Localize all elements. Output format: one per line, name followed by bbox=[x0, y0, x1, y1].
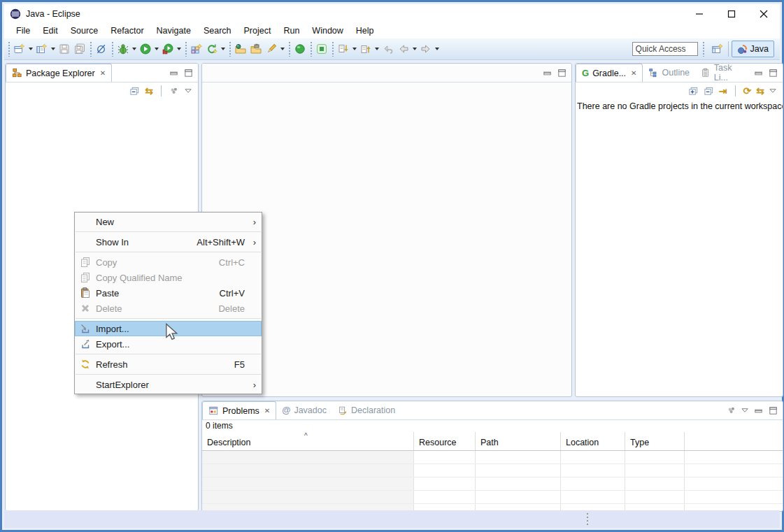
column-description[interactable]: Description bbox=[202, 432, 414, 450]
quick-access-input[interactable] bbox=[632, 42, 698, 56]
highlighter-dropdown[interactable] bbox=[279, 41, 286, 57]
menu-project[interactable]: Project bbox=[238, 24, 278, 37]
window-maximize-button[interactable] bbox=[715, 4, 748, 23]
link-with-selection-icon[interactable]: ⇆ bbox=[756, 86, 764, 96]
menu-item-refresh[interactable]: Refresh F5 bbox=[75, 357, 262, 372]
java-perspective-button[interactable]: Java bbox=[732, 41, 774, 57]
view-minimize-icon[interactable] bbox=[753, 405, 764, 416]
view-menu-icon[interactable] bbox=[727, 405, 737, 416]
menu-item-paste[interactable]: Paste Ctrl+V bbox=[75, 285, 262, 301]
menu-help[interactable]: Help bbox=[350, 24, 380, 37]
table-row bbox=[202, 477, 783, 491]
problems-panel: Problems ✕ @ Javadoc Declaration 0 items… bbox=[201, 401, 783, 512]
menu-refactor[interactable]: Refactor bbox=[104, 24, 150, 37]
refresh-gradle-icon[interactable]: ⟳ bbox=[743, 86, 752, 96]
tab-outline[interactable]: Outline bbox=[643, 64, 695, 82]
eclipse-logo-icon[interactable] bbox=[10, 8, 21, 20]
update-dropdown[interactable] bbox=[220, 41, 227, 57]
menu-edit[interactable]: Edit bbox=[36, 24, 64, 37]
new-wizard-icon[interactable] bbox=[12, 41, 27, 57]
view-minimize-icon[interactable] bbox=[542, 68, 553, 78]
run-icon[interactable] bbox=[138, 41, 153, 57]
menu-separator bbox=[76, 374, 261, 375]
debug-dropdown[interactable] bbox=[131, 41, 138, 57]
coverage-icon[interactable] bbox=[160, 41, 176, 57]
new-menu-dropdown[interactable] bbox=[50, 41, 57, 57]
column-type[interactable]: Type bbox=[625, 432, 685, 450]
declaration-icon bbox=[338, 405, 348, 415]
previous-annotation-dropdown[interactable] bbox=[373, 41, 380, 57]
view-maximize-icon[interactable] bbox=[557, 68, 567, 78]
view-maximize-icon[interactable] bbox=[768, 68, 778, 78]
delete-icon bbox=[75, 303, 96, 314]
menu-window[interactable]: Window bbox=[306, 24, 349, 37]
run-dropdown[interactable] bbox=[153, 41, 160, 57]
view-maximize-icon[interactable] bbox=[768, 405, 778, 416]
copy-icon bbox=[75, 257, 96, 268]
eclipse-window: Java - Eclipse File Edit Source Refactor… bbox=[0, 0, 784, 532]
next-annotation-dropdown[interactable] bbox=[351, 41, 358, 57]
new-menu-icon[interactable] bbox=[34, 41, 50, 57]
last-edit-location-icon[interactable] bbox=[380, 41, 396, 57]
open-perspective-icon[interactable] bbox=[710, 41, 725, 57]
open-type-icon[interactable] bbox=[233, 41, 248, 57]
highlighter-icon[interactable] bbox=[264, 41, 279, 57]
new-wizard-dropdown[interactable] bbox=[27, 41, 34, 57]
skip-breakpoints-icon[interactable] bbox=[94, 41, 109, 57]
menu-item-startexplorer[interactable]: StartExplorer › bbox=[75, 377, 262, 392]
back-icon[interactable] bbox=[396, 41, 411, 57]
menu-file[interactable]: File bbox=[10, 24, 36, 37]
tab-task-list[interactable]: Task Li... bbox=[695, 64, 753, 82]
view-minimize-icon[interactable] bbox=[169, 68, 179, 78]
window-title: Java - Eclipse bbox=[26, 9, 80, 19]
tab-gradle-tasks[interactable]: G Gradle... ✕ bbox=[576, 64, 643, 82]
menu-search[interactable]: Search bbox=[197, 24, 238, 37]
collapse-all-icon[interactable] bbox=[704, 86, 714, 96]
column-resource[interactable]: Resource bbox=[414, 432, 476, 450]
green-sphere-icon[interactable] bbox=[292, 41, 308, 57]
toggle-flat-view-icon[interactable]: ⇥ bbox=[719, 86, 727, 96]
view-dropdown-icon[interactable] bbox=[741, 408, 749, 413]
tab-javadoc[interactable]: @ Javadoc bbox=[276, 401, 332, 419]
previous-annotation-icon[interactable] bbox=[358, 41, 373, 57]
view-toolbar-divider bbox=[161, 85, 162, 96]
tab-problems[interactable]: Problems ✕ bbox=[202, 401, 276, 419]
tab-package-explorer[interactable]: Package Explorer ✕ bbox=[6, 64, 112, 82]
toolbar-separator bbox=[228, 41, 231, 57]
view-dropdown-icon[interactable] bbox=[185, 88, 192, 94]
menu-navigate[interactable]: Navigate bbox=[150, 24, 197, 37]
view-dropdown-icon[interactable] bbox=[769, 88, 777, 94]
update-icon[interactable] bbox=[204, 41, 220, 57]
collapse-all-icon[interactable] bbox=[129, 86, 140, 96]
close-icon[interactable]: ✕ bbox=[631, 69, 636, 77]
copy-qualified-name-icon bbox=[75, 272, 96, 283]
menu-item-new[interactable]: New › bbox=[75, 214, 262, 229]
window-minimize-button[interactable] bbox=[683, 4, 715, 23]
debug-icon[interactable] bbox=[115, 41, 131, 57]
close-icon[interactable]: ✕ bbox=[100, 69, 106, 77]
tab-declaration[interactable]: Declaration bbox=[332, 401, 401, 419]
grid-star-icon[interactable] bbox=[189, 41, 204, 57]
view-menu-icon[interactable] bbox=[169, 86, 180, 96]
column-path[interactable]: Path bbox=[476, 432, 561, 450]
forward-dropdown[interactable] bbox=[434, 41, 441, 57]
open-resource-icon[interactable] bbox=[248, 41, 264, 57]
link-with-editor-icon[interactable]: ⇆ bbox=[145, 86, 153, 96]
view-maximize-icon[interactable] bbox=[183, 68, 194, 78]
import-icon bbox=[75, 323, 96, 334]
window-close-button[interactable] bbox=[748, 4, 780, 23]
forward-icon[interactable] bbox=[418, 41, 434, 57]
back-dropdown[interactable] bbox=[411, 41, 418, 57]
next-annotation-icon[interactable] bbox=[336, 41, 351, 57]
close-icon[interactable]: ✕ bbox=[264, 407, 270, 415]
column-location[interactable]: Location bbox=[561, 432, 625, 450]
green-square-icon[interactable] bbox=[314, 41, 329, 57]
menu-source[interactable]: Source bbox=[64, 24, 105, 37]
status-drag-handle[interactable] bbox=[587, 513, 588, 525]
coverage-dropdown[interactable] bbox=[176, 41, 183, 57]
menu-item-show-in[interactable]: Show In Alt+Shift+W › bbox=[75, 234, 262, 250]
save-icon bbox=[57, 41, 72, 57]
view-minimize-icon[interactable] bbox=[753, 68, 764, 78]
menu-run[interactable]: Run bbox=[277, 24, 306, 37]
expand-all-icon[interactable] bbox=[688, 86, 699, 96]
